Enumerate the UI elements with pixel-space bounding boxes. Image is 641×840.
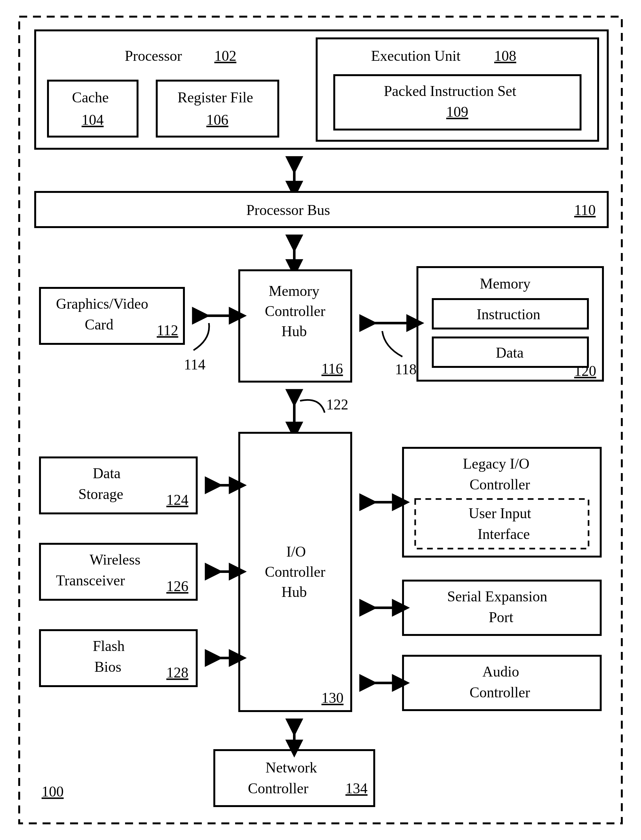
ich-line3: Hub [282, 584, 307, 600]
link-114-label: 114 [184, 356, 205, 373]
memory-instruction-label: Instruction [477, 306, 540, 322]
memory-ref: 120 [574, 363, 596, 379]
wireless-line2: Transceiver [56, 572, 125, 589]
legacy-line1: Legacy I/O [463, 455, 529, 472]
execution-unit-label: Execution Unit [371, 48, 461, 64]
mch-line2: Controller [265, 303, 325, 319]
cache-label: Cache [72, 89, 109, 106]
link-122-curve [300, 400, 325, 413]
mch-line3: Hub [282, 323, 307, 340]
network-controller-block [214, 750, 374, 806]
cache-ref: 104 [82, 112, 104, 128]
serial-line1: Serial Expansion [447, 588, 547, 605]
processor-label: Processor [125, 48, 182, 64]
processor-bus-ref: 110 [574, 202, 596, 218]
flash-ref: 128 [166, 665, 188, 681]
flash-line2: Bios [94, 659, 121, 675]
ich-line1: I/O [286, 544, 306, 560]
memory-data-label: Data [496, 344, 523, 361]
gvc-line2: Card [85, 316, 113, 333]
audio-line1: Audio [482, 663, 519, 680]
legacy-line2: Controller [470, 476, 530, 492]
link-114-curve [193, 323, 209, 350]
ich-ref: 130 [322, 690, 343, 706]
mch-line1: Memory [269, 283, 319, 299]
system-diagram: 100 Processor 102 Cache 104 Register Fil… [0, 0, 641, 840]
wireless-line1: Wireless [90, 552, 140, 568]
link-118-label: 118 [395, 361, 416, 377]
data-storage-ref: 124 [166, 492, 188, 508]
ich-line2: Controller [265, 564, 325, 580]
packed-instruction-set-ref: 109 [446, 104, 468, 120]
register-file-label: Register File [177, 89, 253, 106]
audio-line2: Controller [470, 684, 530, 700]
data-storage-line2: Storage [78, 486, 124, 502]
execution-unit-ref: 108 [494, 48, 516, 64]
link-118-curve [382, 331, 403, 357]
packed-instruction-set-label: Packed Instruction Set [384, 83, 516, 99]
register-file-ref: 106 [206, 112, 229, 128]
network-ref: 134 [345, 780, 367, 797]
gvc-ref: 112 [157, 322, 178, 338]
network-line1: Network [266, 760, 317, 776]
mch-ref: 116 [322, 360, 343, 377]
link-122-label: 122 [326, 396, 348, 413]
gvc-line1: Graphics/Video [56, 296, 148, 312]
wireless-ref: 126 [166, 578, 188, 594]
network-line2: Controller [248, 780, 308, 797]
serial-line2: Port [489, 609, 514, 625]
processor-bus-label: Processor Bus [246, 202, 330, 218]
system-ref: 100 [42, 784, 64, 800]
flash-line1: Flash [93, 638, 125, 654]
memory-label: Memory [480, 275, 530, 292]
user-input-line1: User Input [469, 505, 531, 521]
processor-ref: 102 [214, 48, 237, 64]
user-input-line2: Interface [478, 526, 530, 542]
data-storage-line1: Data [93, 465, 121, 481]
